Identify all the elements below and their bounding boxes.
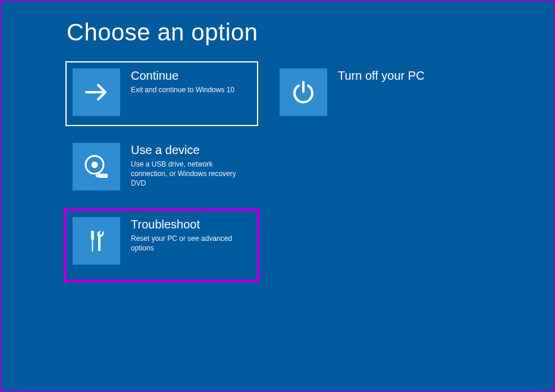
tools-icon	[73, 217, 120, 265]
use-device-title: Use a device	[131, 143, 251, 157]
options-column-right: Turn off your PC	[274, 62, 464, 280]
power-icon	[280, 68, 327, 116]
continue-tile[interactable]: Continue Exit and continue to Windows 10	[67, 62, 257, 125]
svg-point-2	[92, 162, 97, 167]
troubleshoot-desc: Reset your PC or see advanced options	[131, 234, 251, 253]
continue-title: Continue	[131, 68, 251, 83]
disc-usb-icon	[73, 143, 120, 190]
continue-desc: Exit and continue to Windows 10	[131, 85, 251, 95]
options-column-left: Continue Exit and continue to Windows 10	[67, 62, 257, 280]
turn-off-title: Turn off your PC	[338, 68, 458, 83]
arrow-right-icon	[73, 68, 120, 116]
svg-rect-4	[96, 175, 99, 177]
svg-rect-6	[92, 240, 93, 252]
recovery-options-screen: Choose an option Continue Exit and conti…	[1, 1, 554, 280]
turn-off-text: Turn off your PC	[327, 62, 464, 85]
use-device-desc: Use a USB drive, network connection, or …	[131, 159, 251, 189]
continue-text: Continue Exit and continue to Windows 10	[120, 62, 257, 95]
use-device-tile[interactable]: Use a device Use a USB drive, network co…	[67, 137, 257, 199]
troubleshoot-text: Troubleshoot Reset your PC or see advanc…	[120, 211, 257, 253]
use-device-text: Use a device Use a USB drive, network co…	[120, 137, 257, 189]
page-title: Choose an option	[67, 19, 554, 46]
svg-rect-5	[91, 231, 94, 240]
troubleshoot-tile[interactable]: Troubleshoot Reset your PC or see advanc…	[67, 211, 257, 280]
troubleshoot-title: Troubleshoot	[131, 217, 251, 231]
options-grid: Continue Exit and continue to Windows 10	[67, 62, 554, 280]
turn-off-tile[interactable]: Turn off your PC	[274, 62, 464, 125]
svg-rect-3	[98, 174, 108, 178]
